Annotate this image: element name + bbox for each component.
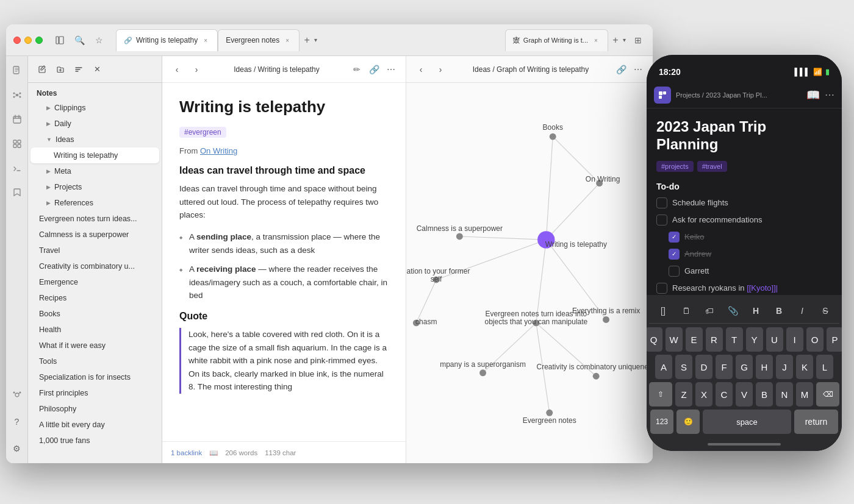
graph-area[interactable]: Books On Writing Calmness is a superpowe… xyxy=(406,83,653,463)
settings-icon[interactable]: ⚙ xyxy=(10,441,24,456)
kb-x[interactable]: X xyxy=(695,382,712,406)
sidebar-item-philosophy[interactable]: Philosophy xyxy=(30,401,159,417)
kb-v[interactable]: V xyxy=(736,382,753,406)
graph-node[interactable] xyxy=(456,233,463,240)
kb-c[interactable]: C xyxy=(716,382,733,406)
blocks-icon[interactable] xyxy=(10,137,24,151)
sidebar-item-ideas[interactable]: ▼ Ideas xyxy=(30,132,159,147)
sidebar-item-projects[interactable]: ▶ Projects xyxy=(30,179,159,195)
kb-j[interactable]: J xyxy=(776,355,793,379)
phone-tag-projects[interactable]: #projects xyxy=(656,161,694,172)
terminal-icon[interactable] xyxy=(10,161,24,176)
sidebar-item-travel[interactable]: Travel xyxy=(30,243,159,258)
kb-brackets-btn[interactable]: [] xyxy=(655,302,672,319)
kb-note-btn[interactable]: 🗒 xyxy=(678,302,695,319)
maximize-button[interactable] xyxy=(35,37,43,44)
kb-italic-btn[interactable]: I xyxy=(794,302,811,319)
graph-node[interactable] xyxy=(546,410,553,416)
kb-backspace[interactable]: ⌫ xyxy=(816,382,839,406)
kb-d[interactable]: D xyxy=(695,355,712,379)
kb-t[interactable]: T xyxy=(726,327,743,352)
kb-return[interactable]: return xyxy=(794,410,838,434)
kb-f[interactable]: F xyxy=(716,355,733,379)
kb-emoji[interactable]: 🙂 xyxy=(676,410,700,434)
kb-w[interactable]: W xyxy=(666,327,683,352)
checkbox-keiko[interactable]: ✓ xyxy=(669,232,680,243)
kb-n[interactable]: N xyxy=(776,382,793,406)
sidebar-item-books[interactable]: Books xyxy=(30,306,159,322)
split-view-button[interactable]: ⊞ xyxy=(631,33,645,48)
kb-e[interactable]: E xyxy=(686,327,703,352)
kb-shift[interactable]: ⇧ xyxy=(649,382,672,406)
checkbox-garrett[interactable] xyxy=(669,266,680,277)
kb-123[interactable]: 123 xyxy=(650,410,673,434)
sidebar-item-1000fans[interactable]: 1,000 true fans xyxy=(30,433,159,449)
tab-chevron-2[interactable]: ▾ xyxy=(623,37,626,43)
minimize-button[interactable] xyxy=(24,37,32,44)
edit-button[interactable]: ✏ xyxy=(350,62,364,77)
kb-heading-btn[interactable]: H xyxy=(747,302,764,319)
more-button[interactable]: ⋯ xyxy=(384,62,398,77)
tab-writing[interactable]: 🔗 Writing is telepathy × xyxy=(116,29,218,51)
sidebar-item-creativity[interactable]: Creativity is combinatory u... xyxy=(30,258,159,274)
graph-node[interactable] xyxy=(603,316,609,323)
tab-close-graph[interactable]: × xyxy=(592,36,600,44)
notes-icon[interactable] xyxy=(10,63,24,78)
kb-h[interactable]: H xyxy=(756,355,773,379)
bookmark-button[interactable]: ☆ xyxy=(92,33,106,48)
close-button[interactable] xyxy=(13,37,21,44)
kb-space[interactable]: space xyxy=(703,410,791,434)
checkbox-andrew[interactable]: ✓ xyxy=(669,249,680,260)
checkbox-flights[interactable] xyxy=(656,197,667,208)
sidebar-item-first-principles[interactable]: First principles xyxy=(30,385,159,401)
search-button[interactable]: 🔍 xyxy=(72,33,87,48)
tab-close-evergreen[interactable]: × xyxy=(283,36,292,44)
bookmarks-icon[interactable] xyxy=(10,185,24,200)
help-icon[interactable]: ? xyxy=(10,414,24,429)
sidebar-item-writing[interactable]: Writing is telepathy xyxy=(30,147,159,163)
kb-r[interactable]: R xyxy=(706,327,723,352)
graph-back-button[interactable]: ‹ xyxy=(414,62,428,77)
sidebar-item-evergreen[interactable]: Evergreen notes turn ideas... xyxy=(30,211,159,227)
calendar-icon[interactable] xyxy=(10,112,24,127)
kb-i[interactable]: I xyxy=(786,327,803,352)
sidebar-item-calmness[interactable]: Calmness is a superpower xyxy=(30,227,159,243)
graph-node[interactable] xyxy=(479,369,486,376)
sidebar-item-daily[interactable]: ▶ Daily xyxy=(30,116,159,132)
kb-k[interactable]: K xyxy=(796,355,813,379)
tab-graph[interactable]: 🕸 Graph of Writing is t... × xyxy=(505,29,608,51)
phone-book-icon[interactable]: 📖 xyxy=(806,88,820,102)
link-button[interactable]: 🔗 xyxy=(367,62,381,77)
sidebar-toggle-button[interactable] xyxy=(52,33,67,48)
new-tab-button-2[interactable]: + xyxy=(608,33,623,48)
sidebar-item-health[interactable]: Health xyxy=(30,322,159,338)
sidebar-item-recipes[interactable]: Recipes xyxy=(30,290,159,306)
kb-g[interactable]: G xyxy=(736,355,753,379)
graph-node[interactable] xyxy=(593,373,600,380)
kb-l[interactable]: L xyxy=(816,355,833,379)
new-folder-button[interactable] xyxy=(52,62,68,77)
sidebar-item-references[interactable]: ▶ References xyxy=(30,195,159,211)
kb-bold-btn[interactable]: B xyxy=(770,302,788,319)
kb-q[interactable]: Q xyxy=(647,327,662,352)
graph-icon[interactable] xyxy=(10,88,24,102)
backlinks-count[interactable]: 1 backlink xyxy=(171,449,202,456)
kb-attach-btn[interactable]: 📎 xyxy=(724,302,741,319)
forward-button[interactable]: › xyxy=(189,62,204,77)
note-from-link[interactable]: On Writing xyxy=(200,146,237,155)
back-button[interactable]: ‹ xyxy=(170,62,184,77)
tab-evergreen[interactable]: Evergreen notes × xyxy=(218,29,300,51)
graph-link-button[interactable]: 🔗 xyxy=(614,62,628,77)
kb-p[interactable]: P xyxy=(827,327,842,352)
kb-b[interactable]: B xyxy=(756,382,773,406)
tab-close-writing[interactable]: × xyxy=(201,36,210,44)
checkbox-recommendations[interactable] xyxy=(656,215,667,225)
new-tab-button[interactable]: + xyxy=(300,33,314,48)
kb-s[interactable]: S xyxy=(675,355,692,379)
sort-button[interactable] xyxy=(71,62,87,77)
kb-z[interactable]: Z xyxy=(675,382,692,406)
graph-forward-button[interactable]: › xyxy=(433,62,448,77)
sidebar-item-meta[interactable]: ▶ Meta xyxy=(30,163,159,179)
local-graph-icon[interactable] xyxy=(10,388,24,402)
phone-tag-travel[interactable]: #travel xyxy=(697,161,727,172)
